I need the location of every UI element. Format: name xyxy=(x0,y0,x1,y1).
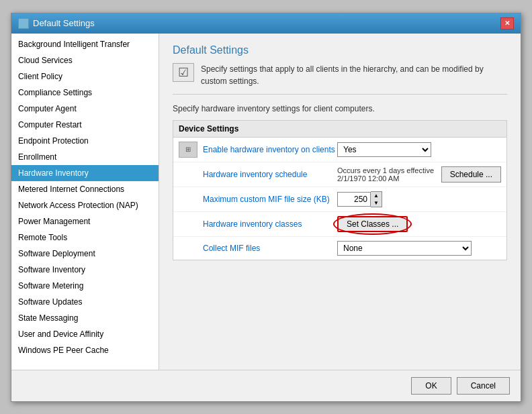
sidebar-item[interactable]: Windows PE Peer Cache xyxy=(11,342,159,358)
sidebar-item[interactable]: Software Deployment xyxy=(11,246,159,262)
hw-icon: ⊞ xyxy=(179,142,197,158)
schedule-button[interactable]: Schedule ... xyxy=(441,166,501,183)
collect-row: Collect MIF files NoneCollect IDMIF file… xyxy=(173,237,506,260)
sidebar-item[interactable]: State Messaging xyxy=(11,310,159,326)
sidebar-item[interactable]: Remote Tools xyxy=(11,229,159,246)
sidebar-item[interactable]: Metered Internet Connections xyxy=(11,181,159,197)
sidebar-item[interactable]: Power Management xyxy=(11,213,159,229)
sidebar-item[interactable]: Computer Restart xyxy=(11,117,159,133)
dialog-body: Background Intelligent TransferCloud Ser… xyxy=(11,34,521,370)
sidebar: Background Intelligent TransferCloud Ser… xyxy=(11,34,159,370)
cancel-button[interactable]: Cancel xyxy=(457,377,510,395)
sidebar-item[interactable]: Client Policy xyxy=(11,68,159,85)
classes-row: Hardware inventory classes Set Classes .… xyxy=(173,212,506,237)
set-classes-button[interactable]: Set Classes ... xyxy=(337,216,408,232)
section-header: Device Settings xyxy=(173,120,507,138)
main-content: Default Settings Specify settings that a… xyxy=(159,34,521,370)
collect-select[interactable]: NoneCollect IDMIF filesCollect NOIDMIF f… xyxy=(337,241,472,256)
header-section: Specify settings that apply to all clien… xyxy=(173,63,507,95)
sidebar-item[interactable]: Cloud Services xyxy=(11,52,159,68)
enable-select[interactable]: YesNo xyxy=(337,142,431,157)
main-title: Default Settings xyxy=(173,44,507,56)
dialog-footer: OK Cancel xyxy=(11,370,521,401)
classes-label: Hardware inventory classes xyxy=(203,219,337,229)
mif-size-row: Maximum custom MIF file size (KB) 250 ▲ … xyxy=(173,187,506,212)
sidebar-item[interactable]: Compliance Settings xyxy=(11,85,159,101)
sidebar-item[interactable]: Software Metering xyxy=(11,278,159,294)
sidebar-item[interactable]: User and Device Affinity xyxy=(11,326,159,342)
ok-button[interactable]: OK xyxy=(411,377,451,395)
sidebar-item[interactable]: Endpoint Protection xyxy=(11,133,159,149)
mif-size-input[interactable]: 250 xyxy=(337,192,371,207)
collect-label: Collect MIF files xyxy=(203,244,337,253)
sidebar-item[interactable]: Computer Agent xyxy=(11,101,159,117)
enable-label: Enable hardware inventory on clients xyxy=(203,145,337,154)
spinner-down[interactable]: ▼ xyxy=(371,199,382,207)
enable-control: YesNo xyxy=(337,142,501,157)
sidebar-item[interactable]: Background Intelligent Transfer xyxy=(11,36,159,52)
sidebar-item[interactable]: Enrollment xyxy=(11,149,159,165)
spinner-buttons: ▲ ▼ xyxy=(371,191,382,207)
collect-control: NoneCollect IDMIF filesCollect NOIDMIF f… xyxy=(337,241,501,256)
schedule-label: Hardware inventory schedule xyxy=(203,170,337,179)
sidebar-item[interactable]: Software Updates xyxy=(11,294,159,310)
sidebar-item[interactable]: Hardware Inventory xyxy=(11,165,159,181)
schedule-row: Hardware inventory schedule Occurs every… xyxy=(173,162,506,187)
schedule-info: Occurs every 1 days effective 2/1/1970 1… xyxy=(337,166,436,183)
classes-control: Set Classes ... xyxy=(337,216,501,232)
title-bar: Default Settings ✕ xyxy=(11,13,521,34)
dialog-title: Default Settings xyxy=(33,18,95,28)
header-description: Specify settings that apply to all clien… xyxy=(201,63,507,87)
schedule-control: Occurs every 1 days effective 2/1/1970 1… xyxy=(337,166,501,183)
mif-size-label: Maximum custom MIF file size (KB) xyxy=(203,195,337,204)
enable-row: ⊞ Enable hardware inventory on clients Y… xyxy=(173,138,506,162)
spinner-up[interactable]: ▲ xyxy=(371,192,382,199)
sidebar-item[interactable]: Software Inventory xyxy=(11,262,159,278)
mif-size-control: 250 ▲ ▼ xyxy=(337,191,501,207)
sidebar-item[interactable]: Network Access Protection (NAP) xyxy=(11,197,159,213)
close-button[interactable]: ✕ xyxy=(500,17,514,30)
header-icon xyxy=(173,63,194,82)
mif-size-spinner: 250 ▲ ▼ xyxy=(337,191,382,207)
title-bar-left: Default Settings xyxy=(18,18,95,29)
dialog-icon xyxy=(18,18,29,29)
subtext: Specify hardware inventory settings for … xyxy=(173,104,507,113)
settings-table: ⊞ Enable hardware inventory on clients Y… xyxy=(173,138,507,260)
dialog: Default Settings ✕ Background Intelligen… xyxy=(11,13,521,402)
